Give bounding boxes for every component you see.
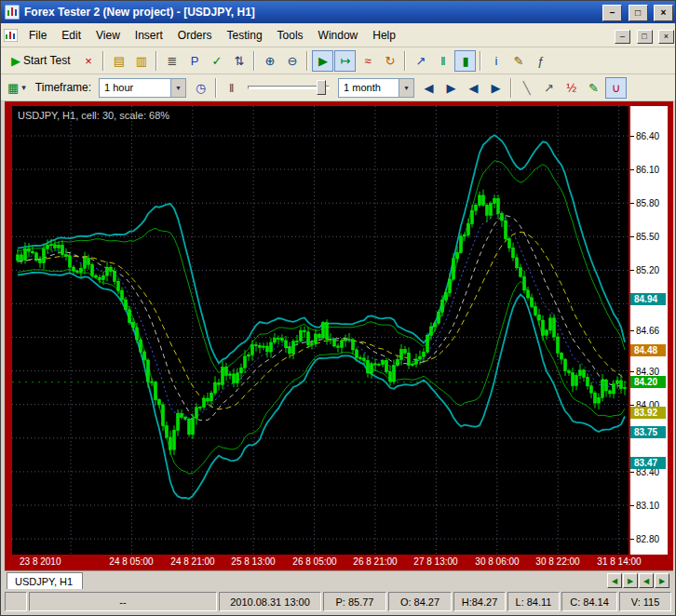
candle-chart-button[interactable]: ▮ xyxy=(454,50,476,72)
line-chart-icon: ↗ xyxy=(416,55,426,67)
timeframe-toolbar: ▦ ▾ Timeframe: 1 hour ▼ ◷ ‖ 1 month ▼ ◀▶… xyxy=(1,74,676,101)
window-title: Forex Tester 2 (New project) - [USDJPY, … xyxy=(24,6,596,19)
separator xyxy=(215,78,217,98)
menu-bar-items: FileEditViewInsertOrdersTestingToolsWind… xyxy=(21,26,613,45)
tab-scroll-last-button[interactable]: ▶ xyxy=(655,573,669,588)
zoom-out-button[interactable]: ⊖ xyxy=(281,50,303,72)
price-tag: 83.92 xyxy=(630,407,666,419)
tick-chart-icon: ≈ xyxy=(364,55,371,67)
strategy-button[interactable]: ƒ xyxy=(530,50,551,72)
sort-button[interactable]: ⇅ xyxy=(228,50,250,72)
timeframe-select[interactable]: 1 hour ▼ xyxy=(99,78,186,98)
menu-edit[interactable]: Edit xyxy=(54,26,88,45)
step-forward-button[interactable]: ▶ xyxy=(485,77,507,99)
start-test-button[interactable]: ▶ Start Test xyxy=(5,50,76,72)
stop-test-button[interactable]: × xyxy=(77,50,99,72)
price-label: 85.50 xyxy=(630,232,668,242)
time-label: 23 8 2010 xyxy=(20,556,61,567)
close-button[interactable]: × xyxy=(654,5,673,21)
sync-charts-button[interactable]: ↻ xyxy=(379,50,400,72)
maximize-button[interactable]: □ xyxy=(629,5,648,21)
price-chart[interactable]: USDJPY, H1, cell: 30, scale: 68% xyxy=(12,106,629,555)
new-chart-button[interactable]: ▦ ▾ xyxy=(5,77,29,99)
price-tag: 84.48 xyxy=(630,344,666,356)
menu-help[interactable]: Help xyxy=(365,26,403,45)
auto-scroll-button[interactable]: ▶ xyxy=(312,50,333,72)
status-cell-mode: -- xyxy=(29,592,217,611)
jump-end-button[interactable]: ▶ xyxy=(440,77,462,99)
magnet-tool-button[interactable]: ∪ xyxy=(605,77,627,99)
sort-icon: ⇅ xyxy=(235,55,245,67)
fibonacci-tool-button[interactable]: ½ xyxy=(561,77,582,99)
menu-tools[interactable]: Tools xyxy=(270,26,311,45)
menu-insert[interactable]: Insert xyxy=(128,26,170,45)
line-chart-button[interactable]: ↗ xyxy=(410,50,431,72)
mdi-minimize-button[interactable]: – xyxy=(615,30,630,44)
slider-thumb[interactable] xyxy=(317,80,326,95)
status-cell-empty xyxy=(5,592,27,611)
copy-chart-button[interactable]: ▥ xyxy=(130,50,152,72)
checklist-icon: ✓ xyxy=(212,55,223,67)
main-toolbar: ▶ Start Test ×▤▥≣P✓⇅⊕⊖▶↦≈↻↗‖▮i✎ƒ xyxy=(1,47,676,74)
menu-window[interactable]: Window xyxy=(311,26,366,45)
period-clock-button[interactable]: ◷ xyxy=(190,77,211,99)
separator xyxy=(155,51,157,71)
separator xyxy=(253,51,255,71)
chevron-down-icon[interactable]: ▼ xyxy=(399,79,413,97)
ray-tool-button[interactable]: ╲ xyxy=(516,77,537,99)
minimize-button[interactable]: – xyxy=(602,5,622,21)
price-tag: 84.20 xyxy=(630,376,666,388)
jump-start-icon: ◀ xyxy=(425,82,434,94)
separator xyxy=(306,51,308,71)
tab-scroll-forward-button[interactable]: ◀ xyxy=(639,573,654,588)
pencil-tool-icon: ✎ xyxy=(588,82,599,94)
info-button[interactable]: i xyxy=(485,50,507,72)
chevron-down-icon[interactable]: ▼ xyxy=(170,79,185,97)
timeframe-value: 1 hour xyxy=(100,79,170,97)
checklist-button[interactable]: ✓ xyxy=(206,50,227,72)
pause-button[interactable]: ‖ xyxy=(221,77,242,99)
menu-file[interactable]: File xyxy=(21,26,54,45)
bar-chart-button[interactable]: ‖ xyxy=(432,50,453,72)
tab-usdjpy-h1[interactable]: USDJPY, H1 xyxy=(7,572,83,590)
toolbar1-icons: ×▤▥≣P✓⇅⊕⊖▶↦≈↻↗‖▮i✎ƒ xyxy=(77,50,551,72)
mdi-restore-button[interactable]: □ xyxy=(637,30,653,44)
candle-chart-icon: ▮ xyxy=(462,55,468,67)
separator xyxy=(404,51,406,71)
chart-shift-icon: ↦ xyxy=(341,55,351,67)
price-label: 83.10 xyxy=(630,501,668,511)
tab-scroll-back-button[interactable]: ▶ xyxy=(623,573,638,588)
script-icon: P xyxy=(191,55,199,67)
timeframe-label: Timeframe: xyxy=(35,81,91,94)
range-select[interactable]: 1 month ▼ xyxy=(338,78,414,98)
auto-scroll-icon: ▶ xyxy=(318,55,328,67)
price-axis[interactable]: 86.4086.1085.8085.5085.2084.6684.3084.00… xyxy=(630,106,668,555)
zoom-in-button[interactable]: ⊕ xyxy=(259,50,280,72)
menu-orders[interactable]: Orders xyxy=(170,26,220,45)
trendline-tool-button[interactable]: ↗ xyxy=(538,77,560,99)
time-label: 27 8 13:00 xyxy=(413,556,457,567)
print-button[interactable]: ≣ xyxy=(161,50,183,72)
pencil-tool-button[interactable]: ✎ xyxy=(583,77,604,99)
step-back-button[interactable]: ◀ xyxy=(463,77,484,99)
menu-view[interactable]: View xyxy=(88,26,128,45)
jump-start-button[interactable]: ◀ xyxy=(418,77,439,99)
time-axis[interactable]: 23 8 201024 8 05:0024 8 21:0025 8 13:002… xyxy=(12,556,629,569)
script-button[interactable]: P xyxy=(183,50,205,72)
tick-chart-button[interactable]: ≈ xyxy=(357,50,378,72)
trendline-tool-icon: ↗ xyxy=(544,82,554,94)
speed-slider[interactable] xyxy=(248,78,330,97)
status-cell-high: H:84.27 xyxy=(453,592,506,611)
copy-project-button[interactable]: ▤ xyxy=(108,50,129,72)
notes-button[interactable]: ✎ xyxy=(507,50,529,72)
clock-icon: ◷ xyxy=(196,82,206,94)
tab-scroll-first-button[interactable]: ◀ xyxy=(607,573,622,588)
app-window: Forex Tester 2 (New project) - [USDJPY, … xyxy=(0,0,676,616)
bar-chart-icon: ‖ xyxy=(440,55,445,67)
info-icon: i xyxy=(495,55,498,67)
chart-shift-button[interactable]: ↦ xyxy=(334,50,356,72)
menu-testing[interactable]: Testing xyxy=(220,26,270,45)
status-cell-volume: V: 115 xyxy=(619,592,671,611)
separator xyxy=(102,51,104,71)
mdi-close-button[interactable]: × xyxy=(658,30,674,44)
